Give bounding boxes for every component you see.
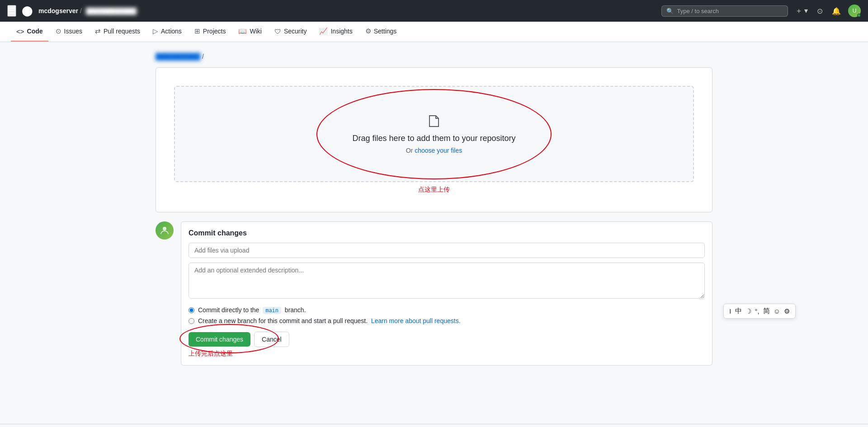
commit-message-input[interactable] [189, 243, 705, 258]
page-footer: ⬤ © 2024 GitHub, Inc. Terms Privacy Secu… [0, 424, 868, 427]
breadcrumb-separator: / [80, 7, 82, 14]
drop-zone-title: Drag files here to add them to your repo… [193, 134, 675, 143]
tab-actions[interactable]: ▷ Actions [147, 22, 187, 42]
file-icon [193, 114, 675, 128]
commit-description-textarea[interactable] [189, 263, 705, 299]
upload-container: Drag files here to add them to your repo… [156, 67, 712, 212]
hamburger-menu[interactable]: ☰ [7, 5, 16, 17]
branch-badge: main [263, 307, 281, 314]
radio-direct-label: Commit directly to the main branch. [198, 306, 306, 314]
commit-changes-button[interactable]: Commit changes [189, 332, 250, 347]
ime-settings[interactable]: ⚙ [784, 307, 790, 315]
repo-navigation: <> Code ⊙ Issues ⇄ Pull requests ▷ Actio… [0, 22, 868, 42]
breadcrumb-sep: / [202, 53, 204, 60]
username[interactable]: mcdogserver [38, 7, 78, 14]
breadcrumb: ██████████ / [156, 53, 712, 60]
tab-pull-requests[interactable]: ⇄ Pull requests [90, 22, 146, 42]
breadcrumb-repo: ██████████ [156, 53, 200, 60]
search-box[interactable]: 🔍 Type / to search [661, 5, 788, 17]
ime-simplified[interactable]: 简 [763, 307, 770, 315]
commit-section: Commit changes Commit directly to the ma… [156, 221, 712, 366]
user-avatar[interactable]: U [848, 5, 861, 17]
annotation-upload-text: 点这里上传 [174, 186, 694, 194]
tab-insights[interactable]: 📈 Insights [314, 22, 358, 42]
tab-projects[interactable]: ⊞ Projects [189, 22, 231, 42]
tab-code[interactable]: <> Code [11, 22, 48, 42]
search-icon: 🔍 [666, 8, 674, 14]
commit-avatar [156, 221, 174, 239]
settings-icon: ⚙ [365, 27, 371, 35]
issues-icon: ⊙ [56, 27, 61, 35]
repo-breadcrumb: mcdogserver / ████████████ [38, 7, 139, 15]
insights-icon: 📈 [319, 27, 328, 35]
tab-wiki[interactable]: 📖 Wiki [233, 22, 267, 42]
radio-direct-input[interactable] [189, 307, 194, 313]
radio-new-branch: Create a new branch for this commit and … [189, 317, 705, 324]
main-content: ██████████ / Drag files here to add them… [145, 42, 723, 424]
ime-moon[interactable]: ☽ [745, 307, 751, 315]
radio-direct-commit: Commit directly to the main branch. [189, 306, 705, 314]
code-icon: <> [16, 28, 24, 35]
notifications-icon[interactable]: 🔔 [830, 5, 843, 17]
commit-actions-row: Commit changes Cancel [189, 332, 705, 347]
repo-name[interactable]: ████████████ [84, 7, 139, 15]
security-icon: 🛡 [274, 28, 281, 35]
tab-security[interactable]: 🛡 Security [269, 22, 312, 42]
tab-issues[interactable]: ⊙ Issues [50, 22, 88, 42]
search-placeholder: Type / to search [677, 8, 783, 14]
projects-icon: ⊞ [194, 27, 200, 35]
learn-more-link[interactable]: Learn more about pull requests. [371, 317, 461, 324]
radio-new-branch-label: Create a new branch for this commit and … [198, 317, 461, 324]
top-navigation: ☰ ⬤ mcdogserver / ████████████ 🔍 Type / … [0, 0, 868, 22]
actions-icon: ▷ [153, 27, 158, 35]
commit-form: Commit changes Commit directly to the ma… [181, 221, 712, 366]
wiki-icon: 📖 [238, 27, 247, 35]
radio-new-branch-input[interactable] [189, 318, 194, 324]
annotation-commit-text: 上传完后点这里 [189, 350, 705, 358]
ime-toolbar: I 中 ☽ °, 简 ☺ ⚙ [723, 304, 796, 319]
ime-chinese[interactable]: 中 [735, 307, 742, 315]
top-nav-right: 🔍 Type / to search ＋ ▾ ⊙ 🔔 U [661, 5, 861, 18]
status-dot [857, 14, 861, 17]
choose-files-link[interactable]: choose your files [415, 147, 462, 154]
cancel-button[interactable]: Cancel [254, 332, 289, 347]
github-logo: ⬤ [22, 5, 33, 17]
pr-icon: ⇄ [95, 27, 101, 35]
ime-emoji[interactable]: ☺ [774, 307, 780, 315]
drop-zone[interactable]: Drag files here to add them to your repo… [174, 86, 694, 182]
ime-cursor[interactable]: I [729, 307, 731, 315]
drop-zone-or-text: Or [406, 147, 415, 154]
svg-point-0 [163, 227, 166, 230]
commit-form-title: Commit changes [189, 229, 705, 237]
commit-button-wrapper: Commit changes [189, 332, 250, 347]
new-item-button[interactable]: ＋ ▾ [793, 5, 810, 18]
branch-options: Commit directly to the main branch. Crea… [189, 306, 705, 324]
ime-punctuation[interactable]: °, [755, 307, 760, 315]
tab-settings[interactable]: ⚙ Settings [360, 22, 402, 42]
activity-icon[interactable]: ⊙ [815, 5, 825, 17]
drop-zone-subtitle: Or choose your files [193, 147, 675, 154]
